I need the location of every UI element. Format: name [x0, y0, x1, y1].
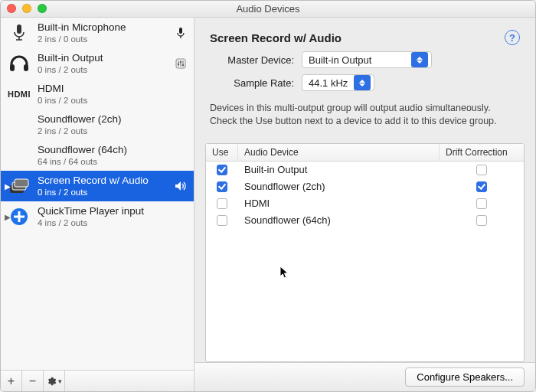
chevron-down-icon: ▾: [58, 377, 62, 385]
table-body: Built-in OutputSoundflower (2ch)HDMISoun…: [206, 162, 524, 361]
row-device-name: HDMI: [238, 198, 440, 209]
device-io: 64 ins / 64 outs: [38, 157, 166, 168]
master-device-select[interactable]: Built-in Output: [302, 51, 432, 68]
titlebar: Audio Devices: [1, 1, 535, 18]
remove-device-button[interactable]: −: [22, 371, 44, 391]
footer-bar: Configure Speakers...: [194, 362, 535, 391]
use-checkbox[interactable]: [217, 181, 227, 192]
add-device-button[interactable]: +: [1, 371, 22, 391]
sample-rate-label: Sample Rate:: [210, 77, 294, 89]
col-drift[interactable]: Drift Correction: [440, 144, 524, 161]
sidebar-item-hdmi[interactable]: HDMIHDMI0 ins / 2 outs: [1, 79, 194, 109]
cursor-icon: [279, 266, 290, 279]
device-icon: [8, 206, 30, 227]
svg-rect-16: [15, 179, 28, 187]
col-use[interactable]: Use: [206, 144, 238, 161]
sidebar-item-soundflower-64ch-[interactable]: Soundflower (64ch)64 ins / 64 outs: [1, 140, 194, 171]
svg-rect-0: [17, 24, 21, 34]
svg-point-11: [178, 64, 180, 66]
stepper-icon: [411, 52, 428, 67]
svg-rect-3: [179, 28, 182, 34]
table-row[interactable]: Soundflower (2ch): [206, 178, 524, 195]
device-heading: Screen Record w/ Audio: [210, 31, 342, 44]
use-checkbox[interactable]: [217, 165, 227, 175]
use-checkbox[interactable]: [217, 198, 227, 209]
device-name: QuickTime Player input: [38, 205, 166, 217]
device-icon: [8, 145, 30, 166]
device-badge-icon: [174, 58, 188, 69]
sidebar-item-built-in-microphone[interactable]: Built-in Microphone2 ins / 0 outs: [1, 18, 194, 48]
device-icon: [8, 175, 30, 197]
main-panel: Screen Record w/ Audio ? Master Device: …: [194, 18, 535, 391]
drift-checkbox[interactable]: [476, 181, 487, 192]
row-device-name: Soundflower (64ch): [238, 214, 440, 226]
device-name: Built-in Microphone: [38, 21, 166, 34]
sidebar-item-built-in-output[interactable]: Built-in Output0 ins / 2 outs: [1, 48, 194, 79]
device-name: Built-in Output: [38, 52, 166, 64]
row-device-name: Built-in Output: [238, 164, 440, 175]
svg-rect-5: [10, 64, 15, 71]
use-checkbox[interactable]: [217, 215, 227, 226]
configure-speakers-button[interactable]: Configure Speakers...: [405, 368, 525, 387]
table-row[interactable]: Built-in Output: [206, 162, 524, 178]
device-icon: HDMI: [8, 83, 30, 105]
device-io: 4 ins / 2 outs: [38, 218, 166, 229]
device-name: HDMI: [38, 83, 166, 95]
drift-checkbox[interactable]: [476, 165, 487, 175]
sample-rate-value: 44.1 kHz: [309, 77, 351, 89]
hint-text: Devices in this multi-output group will …: [210, 102, 520, 128]
sidebar-item-screen-record-w-audio[interactable]: ▶Screen Record w/ Audio0 ins / 2 outs: [1, 171, 194, 201]
device-name: Soundflower (2ch): [38, 113, 166, 126]
svg-point-12: [180, 61, 182, 64]
master-device-value: Built-in Output: [309, 54, 408, 66]
sidebar-item-quicktime-player-input[interactable]: ▶QuickTime Player input4 ins / 2 outs: [1, 201, 194, 232]
master-device-label: Master Device:: [210, 54, 294, 66]
zoom-icon[interactable]: [38, 4, 47, 13]
col-audio-device[interactable]: Audio Device: [238, 144, 440, 161]
sidebar: Built-in Microphone2 ins / 0 outsBuilt-i…: [1, 18, 194, 391]
window-title: Audio Devices: [1, 3, 535, 15]
svg-point-13: [182, 64, 185, 67]
disclosure-icon[interactable]: ▶: [4, 182, 11, 191]
device-name: Screen Record w/ Audio: [38, 175, 166, 187]
help-button[interactable]: ?: [505, 30, 520, 45]
svg-rect-6: [24, 64, 28, 71]
device-name: Soundflower (64ch): [38, 144, 166, 156]
device-icon: [8, 22, 30, 44]
table-row[interactable]: Soundflower (64ch): [206, 212, 524, 229]
window: Audio Devices Built-in Microphone2 ins /…: [0, 0, 536, 392]
close-icon[interactable]: [7, 4, 16, 13]
disclosure-icon[interactable]: ▶: [4, 213, 11, 221]
device-icon: [8, 114, 30, 136]
device-table: Use Audio Device Drift Correction Built-…: [205, 143, 525, 362]
device-badge-icon: [174, 181, 188, 191]
row-device-name: Soundflower (2ch): [238, 181, 440, 192]
drift-checkbox[interactable]: [476, 198, 487, 209]
actions-menu-button[interactable]: ▾: [44, 371, 65, 391]
drift-checkbox[interactable]: [476, 215, 487, 226]
stepper-icon: [354, 75, 371, 90]
table-row[interactable]: HDMI: [206, 195, 524, 212]
device-io: 0 ins / 2 outs: [38, 188, 166, 198]
device-io: 2 ins / 0 outs: [38, 34, 166, 45]
minimize-icon[interactable]: [22, 4, 31, 13]
device-icon: [8, 53, 30, 74]
sidebar-item-soundflower-2ch-[interactable]: Soundflower (2ch)2 ins / 2 outs: [1, 109, 194, 140]
device-io: 0 ins / 2 outs: [38, 96, 166, 106]
sample-rate-select[interactable]: 44.1 kHz: [302, 74, 374, 91]
sidebar-footer: + − ▾: [1, 370, 194, 391]
svg-rect-19: [14, 216, 25, 218]
device-io: 0 ins / 2 outs: [38, 65, 166, 76]
device-badge-icon: [174, 27, 188, 39]
device-io: 2 ins / 2 outs: [38, 126, 166, 137]
table-header: Use Audio Device Drift Correction: [206, 144, 524, 162]
device-list: Built-in Microphone2 ins / 0 outsBuilt-i…: [1, 18, 194, 370]
